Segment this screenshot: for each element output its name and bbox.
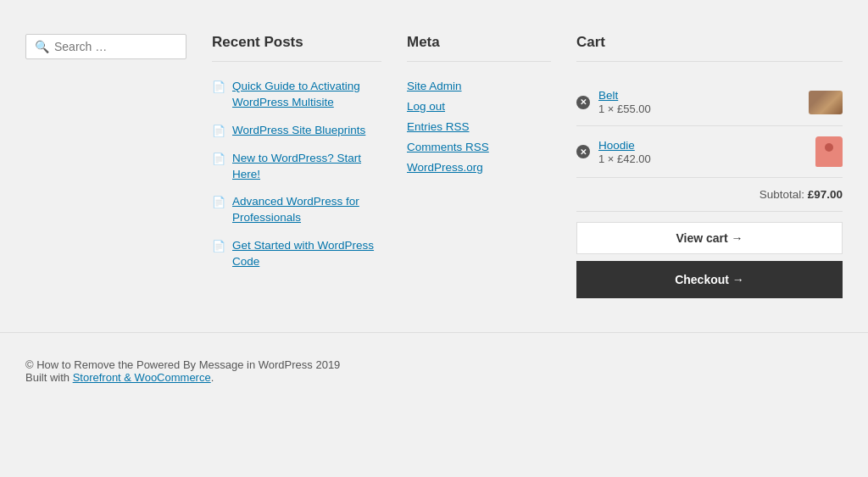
- cart-item-details: Hoodie 1 × £42.00: [598, 139, 807, 165]
- list-item: 📄 New to WordPress? Start Here!: [212, 151, 381, 183]
- hoodie-image: [815, 136, 843, 167]
- post-link[interactable]: Quick Guide to Activating WordPress Mult…: [232, 79, 381, 111]
- site-admin-link[interactable]: Site Admin: [407, 80, 462, 92]
- recent-posts-title: Recent Posts: [212, 34, 381, 62]
- meta-title: Meta: [407, 34, 551, 62]
- post-link[interactable]: WordPress Site Blueprints: [232, 123, 365, 139]
- widgets-row: 🔍 Recent Posts 📄 Quick Guide to Activati…: [25, 17, 843, 315]
- post-icon: 📄: [212, 196, 225, 208]
- search-icon: 🔍: [35, 40, 49, 53]
- widget-meta: Meta Site Admin Log out Entries RSS Comm…: [407, 34, 576, 298]
- cart-item-hoodie: ✕ Hoodie 1 × £42.00: [576, 126, 843, 178]
- post-icon: 📄: [212, 153, 225, 165]
- meta-list: Site Admin Log out Entries RSS Comments …: [407, 79, 551, 174]
- view-cart-button[interactable]: View cart →: [576, 222, 843, 254]
- list-item: Entries RSS: [407, 119, 551, 133]
- wordpress-org-link[interactable]: WordPress.org: [407, 161, 483, 174]
- storefront-link[interactable]: Storefront & WooCommerce: [73, 371, 211, 384]
- list-item: 📄 Advanced WordPress for Professionals: [212, 194, 381, 226]
- cart-title: Cart: [576, 34, 843, 62]
- subtotal-label: Subtotal:: [760, 188, 804, 201]
- widget-search: 🔍: [25, 34, 212, 298]
- recent-posts-list: 📄 Quick Guide to Activating WordPress Mu…: [212, 79, 381, 270]
- page-wrapper: 🔍 Recent Posts 📄 Quick Guide to Activati…: [0, 0, 868, 315]
- remove-belt-button[interactable]: ✕: [576, 96, 590, 109]
- list-item: 📄 Get Started with WordPress Code: [212, 238, 381, 270]
- list-item: 📄 Quick Guide to Activating WordPress Mu…: [212, 79, 381, 111]
- post-link[interactable]: Advanced WordPress for Professionals: [232, 194, 381, 226]
- list-item: Log out: [407, 99, 551, 113]
- belt-price: 1 × £55.00: [598, 103, 651, 115]
- comments-rss-link[interactable]: Comments RSS: [407, 141, 489, 153]
- cart-item-details: Belt 1 × £55.00: [598, 89, 800, 115]
- logout-link[interactable]: Log out: [407, 100, 445, 113]
- post-link[interactable]: New to WordPress? Start Here!: [232, 151, 381, 183]
- belt-product-link[interactable]: Belt: [598, 89, 800, 102]
- cart-actions: View cart → Checkout →: [576, 222, 843, 298]
- built-with: Built with Storefront & WooCommerce.: [25, 371, 843, 384]
- post-link[interactable]: Get Started with WordPress Code: [232, 238, 381, 270]
- list-item: WordPress.org: [407, 160, 551, 174]
- hoodie-price: 1 × £42.00: [598, 153, 651, 165]
- post-icon: 📄: [212, 80, 225, 93]
- footer: © How to Remove the Powered By Message i…: [0, 333, 868, 401]
- built-with-suffix: .: [211, 371, 214, 384]
- search-form[interactable]: 🔍: [25, 34, 186, 59]
- widget-cart: Cart ✕ Belt 1 × £55.00 ✕ Hoodie 1: [576, 34, 843, 298]
- widget-recent-posts: Recent Posts 📄 Quick Guide to Activating…: [212, 34, 407, 298]
- cart-items: ✕ Belt 1 × £55.00 ✕ Hoodie 1 × £42.00: [576, 79, 843, 178]
- cart-item-belt: ✕ Belt 1 × £55.00: [576, 79, 843, 126]
- cart-subtotal: Subtotal: £97.00: [576, 178, 843, 212]
- entries-rss-link[interactable]: Entries RSS: [407, 120, 470, 133]
- built-with-prefix: Built with: [25, 371, 73, 384]
- checkout-button[interactable]: Checkout →: [576, 261, 843, 298]
- belt-image: [809, 91, 843, 114]
- subtotal-value: £97.00: [808, 188, 843, 201]
- list-item: Site Admin: [407, 79, 551, 92]
- post-icon: 📄: [212, 125, 225, 137]
- remove-hoodie-button[interactable]: ✕: [576, 145, 590, 158]
- list-item: 📄 WordPress Site Blueprints: [212, 123, 381, 139]
- search-input[interactable]: [54, 40, 177, 53]
- post-icon: 📄: [212, 240, 225, 252]
- hoodie-product-link[interactable]: Hoodie: [598, 139, 807, 152]
- list-item: Comments RSS: [407, 140, 551, 153]
- copyright-text: © How to Remove the Powered By Message i…: [25, 358, 843, 371]
